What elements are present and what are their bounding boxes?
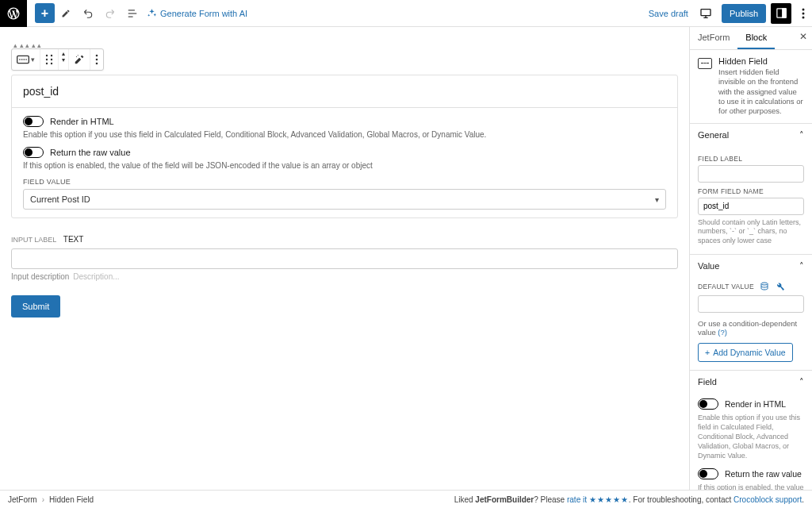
stars-icon: ★★★★★ xyxy=(589,495,629,504)
add-block-button[interactable]: + xyxy=(35,3,55,23)
footer-message: Liked JetFormBuilder? Please rate it ★★★… xyxy=(454,495,804,504)
sidebar-toggle-button[interactable] xyxy=(771,3,791,24)
condition-text: Or use a condition-dependent value xyxy=(698,319,797,337)
edit-mode-button[interactable] xyxy=(55,2,77,25)
default-value-label: DEFAULT VALUE xyxy=(698,283,754,291)
generate-ai-label: Generate Form with AI xyxy=(160,9,247,18)
submit-button[interactable]: Submit xyxy=(11,295,60,318)
input-label-prefix: INPUT LABEL xyxy=(11,236,56,244)
publish-button[interactable]: Publish xyxy=(722,4,766,23)
field-value-label: FIELD VALUE xyxy=(23,178,666,186)
rate-link[interactable]: rate it ★★★★★ xyxy=(567,495,629,504)
block-toolbar: ▾ ▴ ▾ xyxy=(11,48,104,71)
render-html-toggle[interactable] xyxy=(23,116,44,127)
svg-point-6 xyxy=(802,8,805,10)
sb-render-html-toggle[interactable] xyxy=(698,398,718,410)
svg-point-19 xyxy=(96,55,98,57)
database-icon[interactable] xyxy=(759,281,770,292)
wp-logo[interactable] xyxy=(0,0,27,27)
form-field-name-label: FORM FIELD NAME xyxy=(698,187,804,195)
svg-point-7 xyxy=(802,12,805,14)
block-more-button[interactable] xyxy=(90,49,103,70)
form-field-name-input[interactable] xyxy=(698,198,804,215)
editor-canvas[interactable]: ▴ ▴ ▴ ▴ ▴ ▾ ▴ ▾ post_id xyxy=(0,27,689,490)
redo-button xyxy=(99,2,121,25)
field-label-input[interactable] xyxy=(698,165,804,183)
svg-point-11 xyxy=(46,55,48,56)
tab-block[interactable]: Block xyxy=(737,27,775,49)
sb-raw-value-label: Return the raw value xyxy=(725,469,802,479)
breadcrumb: JetForm › Hidden Field xyxy=(8,495,94,504)
section-general: General ˄ FIELD LABEL FORM FIELD NAME Sh… xyxy=(690,124,812,255)
field-value-select[interactable]: Current Post ID ▾ xyxy=(23,189,666,210)
svg-point-16 xyxy=(51,63,52,64)
chevron-up-icon: ˄ xyxy=(799,377,804,387)
hidden-field-block[interactable]: post_id Render in HTML Enable this optio… xyxy=(11,75,678,218)
save-draft-button[interactable]: Save draft xyxy=(649,9,688,18)
field-value-selected: Current Post ID xyxy=(30,194,90,204)
document-overview-button[interactable] xyxy=(121,2,144,25)
block-info-desc: Insert Hidden field invisible on the fro… xyxy=(718,67,804,117)
svg-point-20 xyxy=(96,59,98,61)
undo-button[interactable] xyxy=(77,2,99,25)
svg-point-22 xyxy=(761,283,768,285)
block-info: Hidden Field Insert Hidden field invisib… xyxy=(690,50,812,124)
svg-point-12 xyxy=(51,55,52,56)
section-field-header[interactable]: Field ˄ xyxy=(690,371,812,394)
raw-value-help: If this option is enabled, the value of … xyxy=(23,161,666,170)
close-sidebar-button[interactable]: ✕ xyxy=(799,31,807,42)
svg-rect-5 xyxy=(782,9,785,17)
crumb-sep: › xyxy=(42,495,44,504)
input-description-prefix: Input description xyxy=(11,272,69,281)
svg-rect-0 xyxy=(128,10,135,10)
section-field: Field ˄ Render in HTML Enable this optio… xyxy=(690,371,812,490)
tab-jetform[interactable]: JetForm xyxy=(690,27,737,49)
section-value: Value ˄ DEFAULT VALUE xyxy=(690,255,812,371)
raw-value-label: Return the raw value xyxy=(50,148,131,157)
block-type-button[interactable]: ▾ xyxy=(12,49,40,70)
form-field-name-hint: Should contain only Latin letters, numbe… xyxy=(698,218,804,246)
support-link[interactable]: Crocoblock support xyxy=(733,495,802,504)
render-html-help: Enable this option if you use this field… xyxy=(23,130,666,139)
hidden-field-icon xyxy=(698,58,712,69)
input-label-value: TEXT xyxy=(63,235,84,244)
sb-raw-value-toggle[interactable] xyxy=(698,468,718,479)
drag-handle[interactable] xyxy=(40,49,59,70)
crumb-jetform[interactable]: JetForm xyxy=(8,495,37,504)
chevron-up-icon: ˄ xyxy=(799,261,804,271)
chevron-down-icon: ▾ xyxy=(655,195,659,204)
svg-rect-9 xyxy=(17,56,29,63)
crumb-hidden-field[interactable]: Hidden Field xyxy=(49,495,94,504)
svg-point-15 xyxy=(46,63,48,64)
options-button[interactable] xyxy=(795,3,812,24)
sb-render-html-help: Enable this option if you use this field… xyxy=(698,413,804,461)
svg-point-17 xyxy=(76,56,77,57)
add-dynamic-value-button[interactable]: + Add Dynamic Value xyxy=(698,343,793,362)
chevron-up-icon: ˄ xyxy=(799,130,804,140)
svg-point-13 xyxy=(46,59,48,60)
render-html-label: Render in HTML xyxy=(50,117,114,126)
generate-ai-button[interactable]: Generate Form with AI xyxy=(147,8,247,18)
default-value-input[interactable] xyxy=(698,295,804,313)
section-general-header[interactable]: General ˄ xyxy=(690,124,812,147)
sb-render-html-label: Render in HTML xyxy=(725,399,786,409)
section-value-header[interactable]: Value ˄ xyxy=(690,255,812,278)
bottom-bar: JetForm › Hidden Field Liked JetFormBuil… xyxy=(0,490,812,508)
plus-icon: + xyxy=(705,348,710,357)
sidebar-tabs: JetForm Block ✕ xyxy=(690,27,812,50)
preview-button[interactable] xyxy=(695,2,717,25)
input-description-placeholder: Description... xyxy=(73,272,119,281)
wrench-icon[interactable] xyxy=(775,281,786,292)
text-field-block[interactable]: INPUT LABEL TEXT Input description Descr… xyxy=(11,231,678,281)
topbar: + Generate Form with AI Save draft Publi… xyxy=(0,0,812,27)
move-down-icon: ▾ xyxy=(62,57,65,64)
block-styles-button[interactable] xyxy=(69,49,90,70)
field-label-label: FIELD LABEL xyxy=(698,155,804,163)
field-name: post_id xyxy=(12,75,677,107)
svg-point-18 xyxy=(78,55,79,56)
text-input[interactable] xyxy=(11,248,678,269)
svg-point-14 xyxy=(51,59,52,60)
raw-value-toggle[interactable] xyxy=(23,147,44,158)
condition-help-link[interactable]: (?) xyxy=(718,328,727,337)
move-updown[interactable]: ▴ ▾ xyxy=(59,49,69,70)
